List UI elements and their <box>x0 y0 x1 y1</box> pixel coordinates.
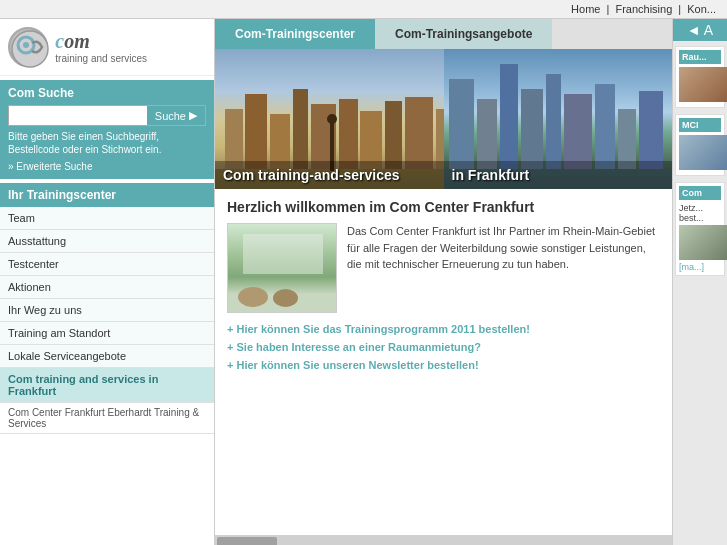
logo-text: com training and services <box>55 30 147 64</box>
right-sidebar: ◄ A Rau... MCI Com Jetz... best... [ma..… <box>672 19 727 545</box>
search-section: Com Suche Suche ▶ Bitte geben Sie einen … <box>0 80 214 179</box>
right-block-rau: Rau... <box>675 46 725 108</box>
content-link-newsletter[interactable]: Hier können Sie unseren Newsletter beste… <box>227 359 660 371</box>
content-body: Herzlich willkommen im Com Center Frankf… <box>215 189 672 535</box>
right-jetzt-text: Jetz... best... <box>679 203 721 223</box>
content-text: Das Com Center Frankfurt ist Ihr Partner… <box>347 223 660 313</box>
hero-image-left: Com training-and-services <box>215 49 444 189</box>
logo-area: com training and services <box>0 19 214 76</box>
horizontal-scrollbar[interactable] <box>215 535 672 545</box>
brand-name: com <box>55 30 89 52</box>
right-img-rau <box>679 67 727 102</box>
search-input-wrapper: Suche ▶ <box>8 105 206 126</box>
hero-overlay-right: in Frankfurt <box>444 161 673 189</box>
search-input[interactable] <box>9 107 147 125</box>
sidebar-item-ausstattung[interactable]: Ausstattung <box>0 230 214 253</box>
sidebar-item-com-frankfurt[interactable]: Com training and services in Frankfurt <box>0 368 214 403</box>
advanced-search-link[interactable]: Erweiterte Suche <box>8 161 93 172</box>
sidebar-item-weg[interactable]: Ihr Weg zu uns <box>0 299 214 322</box>
right-block-rau-title: Rau... <box>679 50 721 64</box>
tab-spacer <box>552 19 672 49</box>
search-arrow-icon: ▶ <box>189 109 197 122</box>
logo-icon <box>8 27 48 67</box>
right-img-com <box>679 225 727 260</box>
nav-sep2: | <box>678 3 681 15</box>
right-block-mci: MCI <box>675 114 725 176</box>
tab-bar: Com-Trainingscenter Com-Trainingsangebot… <box>215 19 672 49</box>
tab-trainingsangebote[interactable]: Com-Trainingsangebote <box>375 19 552 49</box>
svg-point-2 <box>23 42 29 48</box>
content-inner: Das Com Center Frankfurt ist Ihr Partner… <box>227 223 660 313</box>
sidebar-nav-title: Ihr Trainingscenter <box>0 183 214 207</box>
nav-sep1: | <box>606 3 609 15</box>
scroll-thumb[interactable] <box>217 537 277 545</box>
right-nav-arrow[interactable]: ◄ A <box>673 19 727 41</box>
sidebar: com training and services Com Suche Such… <box>0 19 215 545</box>
right-ma-link[interactable]: [ma...] <box>679 262 721 272</box>
main-content: Com-Trainingscenter Com-Trainingsangebot… <box>215 19 672 545</box>
nav-franchising-link[interactable]: Franchising <box>615 3 672 15</box>
right-block-com-title: Com <box>679 186 721 200</box>
hero-overlay-left: Com training-and-services <box>215 161 444 189</box>
search-hint: Bitte geben Sie einen Suchbegriff, Beste… <box>8 130 206 156</box>
search-button[interactable]: Suche ▶ <box>147 106 205 125</box>
right-img-mci <box>679 135 727 170</box>
right-block-mci-title: MCI <box>679 118 721 132</box>
hero-area: Com training-and-services in Frankfurt <box>215 49 672 189</box>
sidebar-item-training-standort[interactable]: Training am Standort <box>0 322 214 345</box>
top-nav-bar: Home | Franchising | Kon... <box>0 0 727 19</box>
content-link-training[interactable]: Hier können Sie das Trainingsprogramm 20… <box>227 323 660 335</box>
right-block-com: Com Jetz... best... [ma...] <box>675 182 725 276</box>
sidebar-item-team[interactable]: Team <box>0 207 214 230</box>
sidebar-item-eberhardt[interactable]: Com Center Frankfurt Eberhardt Training … <box>0 403 214 434</box>
search-button-label: Suche <box>155 110 186 122</box>
brand-sub: training and services <box>55 53 147 64</box>
sidebar-item-aktionen[interactable]: Aktionen <box>0 276 214 299</box>
tab-trainingscenter[interactable]: Com-Trainingscenter <box>215 19 375 49</box>
sidebar-item-testcenter[interactable]: Testcenter <box>0 253 214 276</box>
search-title: Com Suche <box>8 86 206 100</box>
content-title: Herzlich willkommen im Com Center Frankf… <box>227 199 660 215</box>
sidebar-item-lokale[interactable]: Lokale Serviceangebote <box>0 345 214 368</box>
nav-home-link[interactable]: Home <box>571 3 600 15</box>
content-link-raumanmietung[interactable]: Sie haben Interesse an einer Raumanmietu… <box>227 341 660 353</box>
nav-kontakt-link[interactable]: Kon... <box>687 3 716 15</box>
hero-image-right: in Frankfurt <box>444 49 673 189</box>
content-image <box>227 223 337 313</box>
logo-svg <box>10 29 50 69</box>
main-wrapper: com training and services Com Suche Such… <box>0 19 727 545</box>
